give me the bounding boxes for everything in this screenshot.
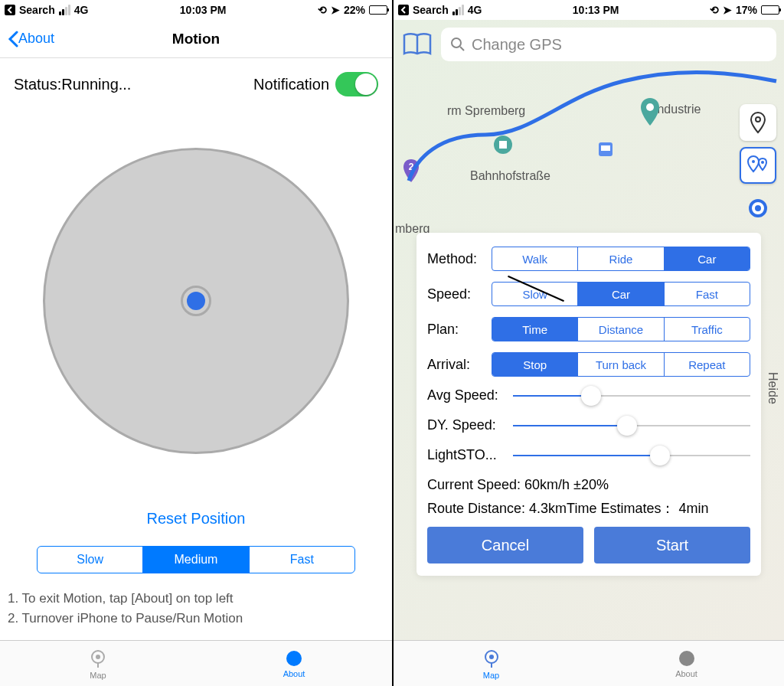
- current-speed-text: Current Speed: 60km/h ±20%: [427, 477, 750, 493]
- single-pin-button[interactable]: [740, 104, 776, 141]
- joystick-area[interactable]: [0, 104, 392, 498]
- plan-segmented[interactable]: Time Distance Traffic: [492, 317, 750, 341]
- svg-point-11: [752, 160, 755, 163]
- status-bar: Search 4G 10:03 PM ⟲ ➤ 22%: [0, 0, 392, 20]
- search-input[interactable]: Change GPS: [441, 28, 776, 61]
- method-walk[interactable]: Walk: [492, 247, 577, 270]
- clock: 10:13 PM: [573, 4, 619, 16]
- plan-traffic[interactable]: Traffic: [664, 318, 750, 341]
- start-button[interactable]: Start: [594, 527, 750, 564]
- tab-map[interactable]: Map: [0, 641, 196, 686]
- speed-fast[interactable]: Fast: [249, 547, 354, 573]
- plan-time[interactable]: Time: [492, 318, 577, 341]
- location-dot-icon: [749, 199, 767, 217]
- arrival-label: Arrival:: [427, 357, 484, 373]
- route-options-panel: Method: Walk Ride Car Speed: Slow Car Fa…: [416, 233, 761, 576]
- method-label: Method:: [427, 251, 484, 267]
- search-placeholder: Change GPS: [472, 36, 562, 54]
- arrival-segmented[interactable]: Stop Turn back Repeat: [492, 352, 750, 377]
- lightstop-slider[interactable]: [513, 453, 750, 458]
- route-pin-button[interactable]: [740, 147, 776, 184]
- speed-slow[interactable]: Slow: [38, 547, 142, 573]
- tab-bar: Map About: [0, 640, 392, 686]
- right-screen: Search 4G 10:13 PM ⟲ ➤ 17% Change GPS rm…: [392, 0, 784, 686]
- location-arrow-icon: ➤: [331, 4, 340, 16]
- svg-point-3: [452, 38, 461, 47]
- map-label-heide: Heide: [766, 372, 779, 404]
- back-button[interactable]: About: [8, 31, 54, 47]
- left-screen: Search 4G 10:03 PM ⟲ ➤ 22% About Motion …: [0, 0, 392, 686]
- arrival-stop[interactable]: Stop: [492, 353, 577, 376]
- lightstop-label: LightSTO...: [427, 447, 507, 463]
- tab-about[interactable]: About: [196, 641, 392, 686]
- bookmarks-icon[interactable]: [401, 31, 433, 58]
- rotation-lock-icon: ⟲: [710, 4, 719, 16]
- route-info-text: Route Distance: 4.3kmTime Estimates： 4mi…: [427, 499, 750, 518]
- about-dot-icon: [285, 649, 303, 668]
- svg-point-14: [489, 655, 494, 659]
- signal-bars-icon: [59, 5, 70, 15]
- search-icon: [450, 37, 466, 52]
- status-bar: Search 4G 10:13 PM ⟲ ➤ 17%: [394, 0, 784, 20]
- pin-icon: [748, 111, 768, 134]
- search-back-icon[interactable]: [5, 5, 15, 15]
- speed-segmented-control[interactable]: Slow Medium Fast: [37, 546, 355, 573]
- tab-about[interactable]: About: [589, 641, 784, 686]
- plan-label: Plan:: [427, 322, 484, 338]
- current-location-button[interactable]: [740, 190, 776, 227]
- location-arrow-icon: ➤: [723, 4, 732, 16]
- battery-icon: [761, 5, 779, 15]
- double-pin-icon: [746, 154, 770, 177]
- svg-point-1: [96, 655, 100, 659]
- status-search-label[interactable]: Search: [19, 4, 55, 16]
- dyspeed-slider[interactable]: [513, 423, 750, 428]
- method-segmented[interactable]: Walk Ride Car: [492, 247, 750, 271]
- method-ride[interactable]: Ride: [577, 247, 663, 270]
- search-back-icon[interactable]: [398, 5, 409, 15]
- method-car[interactable]: Car: [664, 247, 750, 270]
- battery-icon: [369, 5, 387, 15]
- speed-medium[interactable]: Medium: [142, 547, 248, 573]
- tips-text: 1. To exit Motion, tap [About] on top le…: [0, 589, 392, 640]
- speed-slow[interactable]: Slow: [492, 283, 577, 305]
- svg-point-12: [761, 161, 764, 164]
- cancel-button[interactable]: Cancel: [427, 527, 583, 564]
- notification-toggle[interactable]: [335, 72, 378, 96]
- network-label: 4G: [468, 4, 482, 16]
- battery-percent: 17%: [736, 4, 757, 16]
- notification-label: Notification: [253, 76, 329, 93]
- network-label: 4G: [74, 4, 89, 16]
- svg-point-10: [756, 117, 760, 122]
- speed-label: Speed:: [427, 286, 484, 302]
- battery-percent: 22%: [344, 4, 365, 16]
- rotation-lock-icon: ⟲: [318, 4, 327, 16]
- speed-fast[interactable]: Fast: [664, 283, 750, 305]
- page-title: Motion: [0, 31, 392, 47]
- svg-point-2: [286, 651, 302, 666]
- plan-distance[interactable]: Distance: [577, 318, 663, 341]
- avgspeed-slider[interactable]: [513, 394, 750, 398]
- status-search-label[interactable]: Search: [413, 4, 449, 16]
- tab-map[interactable]: Map: [394, 641, 589, 686]
- map-pin-icon: [87, 648, 109, 669]
- arrival-repeat[interactable]: Repeat: [664, 353, 750, 376]
- svg-point-15: [679, 651, 694, 666]
- avgspeed-label: Avg Speed:: [427, 387, 507, 403]
- back-label: About: [18, 31, 54, 47]
- clock: 10:03 PM: [180, 4, 227, 16]
- arrival-turnback[interactable]: Turn back: [577, 353, 663, 376]
- reset-position-link[interactable]: Reset Position: [0, 498, 392, 540]
- status-text: Status:Running...: [14, 76, 131, 93]
- speed-car[interactable]: Car: [577, 283, 663, 305]
- dyspeed-label: DY. Speed:: [427, 417, 507, 433]
- map-pin-icon: [481, 648, 502, 669]
- nav-bar: About Motion: [0, 20, 392, 58]
- about-dot-icon: [678, 649, 696, 668]
- tab-bar: Map About: [394, 640, 784, 686]
- signal-bars-icon: [452, 5, 464, 15]
